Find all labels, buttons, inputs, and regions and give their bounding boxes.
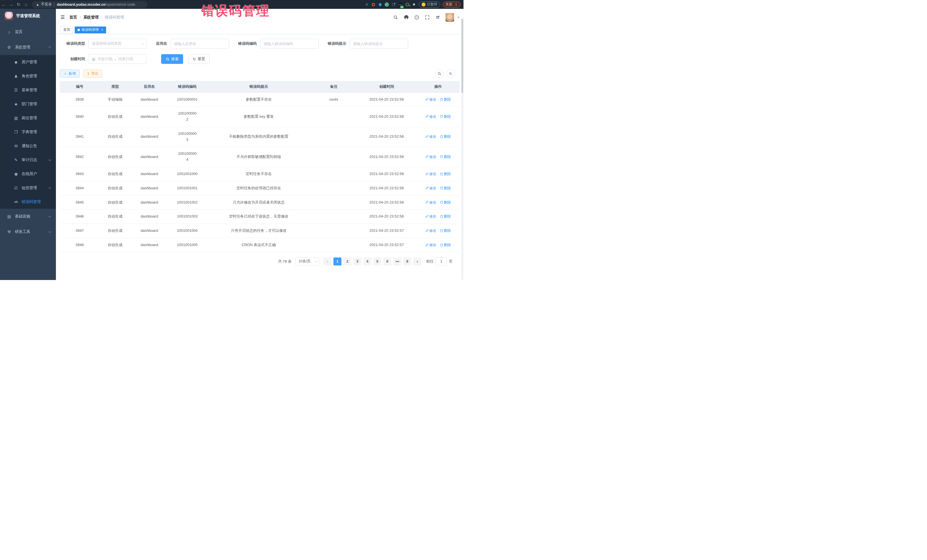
delete-link[interactable]: 删除 [440, 97, 451, 102]
edit-link[interactable]: 修改 [425, 115, 436, 118]
cell-type: 自动生成 [99, 181, 131, 195]
breadcrumb-home[interactable]: 首页 [69, 15, 77, 20]
back-icon[interactable]: ← [0, 2, 8, 7]
extension-key-icon[interactable] [405, 2, 409, 6]
edit-link[interactable]: 修改 [425, 200, 436, 205]
page-button-3[interactable]: 3 [353, 258, 362, 266]
delete-link[interactable]: 删除 [440, 172, 451, 176]
address-bar[interactable]: ▲ 不安全 dashboard.yudao.iocoder.cn/system/… [32, 1, 147, 8]
page-button-8[interactable]: 8 [403, 258, 411, 266]
goto-page-input[interactable] [436, 258, 447, 266]
sidebar-item-menu-management[interactable]: ☰菜单管理 [0, 83, 56, 97]
update-button[interactable]: 更新 ⋮ [443, 2, 460, 8]
sidebar-item-role-management[interactable]: ♟角色管理 [0, 69, 56, 83]
sidebar-item-error-code-management[interactable]: </>错误码管理 [0, 195, 56, 209]
edit-link[interactable]: 修改 [425, 229, 436, 233]
cell-created: 2021-04-20 23:52:57 [357, 224, 416, 238]
error-msg-input[interactable] [350, 39, 408, 49]
page-size-select[interactable]: 10条/页 [295, 258, 319, 266]
page-button-1[interactable]: 1 [333, 258, 342, 266]
reset-button[interactable]: ↻ 重置 [188, 54, 210, 64]
sidebar-item-sms-management[interactable]: ☑短信管理 [0, 181, 56, 195]
extension-green-check-icon[interactable]: ✓ [385, 3, 389, 6]
delete-link[interactable]: 删除 [440, 186, 451, 190]
bookmark-star-icon[interactable]: ☆ [365, 2, 369, 6]
sidebar-item-dict-management[interactable]: ❐字典管理 [0, 125, 56, 139]
column-header: 应用名 [131, 81, 168, 93]
scrollbar-thumb[interactable] [462, 19, 463, 93]
next-page-button[interactable]: › [413, 258, 421, 266]
error-type-select[interactable]: 请选择错误码类型 [88, 39, 147, 49]
window-scrollbar[interactable] [461, 18, 464, 280]
edit-link[interactable]: 修改 [425, 135, 436, 138]
breadcrumb-system[interactable]: 系统管理 [83, 15, 99, 20]
cell-message: 不允许获取敏感配置到前端 [207, 147, 311, 167]
edit-link[interactable]: 修改 [425, 186, 436, 190]
cell-message: 定时任务不存在 [207, 167, 311, 181]
refresh-table-button[interactable]: ↻ [447, 69, 455, 78]
sidebar-item-audit-log[interactable]: ✎审计日志 [0, 153, 56, 167]
font-size-icon[interactable]: tT [435, 15, 441, 20]
help-icon[interactable]: ? [414, 15, 419, 20]
github-icon[interactable] [403, 15, 409, 20]
page-button-5[interactable]: 5 [373, 258, 381, 266]
paused-badge[interactable]: 已暂停 [419, 2, 440, 8]
page-button-6[interactable]: 6 [383, 258, 391, 266]
edit-link[interactable]: 修改 [425, 155, 436, 159]
export-button[interactable]: ↧ 导出 [83, 70, 102, 77]
toggle-search-button[interactable] [435, 69, 444, 78]
tab-home[interactable]: 首页 [61, 27, 73, 33]
sidebar-item-dept-management[interactable]: ♣部门管理 [0, 97, 56, 111]
sidebar-item-home[interactable]: ⌂首页 [0, 24, 56, 39]
delete-link[interactable]: 删除 [440, 214, 451, 219]
user-avatar[interactable] [445, 13, 454, 22]
cell-message: 定时任务的处理器已经存在 [207, 181, 311, 195]
sidebar-item-dev-tools[interactable]: ⚒研发工具 [0, 224, 56, 240]
page-button-4[interactable]: 4 [363, 258, 371, 266]
date-range-picker[interactable]: ▦ 开始日期 - 结束日期 [88, 54, 147, 64]
sidebar-item-notice[interactable]: ✉通知公告 [0, 139, 56, 153]
cell-id: 3947 [60, 224, 99, 238]
edit-link[interactable]: 修改 [425, 97, 436, 102]
app-logo-row[interactable]: 芋道管理系统 [0, 9, 56, 23]
avatar-caret-icon[interactable] [457, 17, 459, 19]
collapse-sidebar-icon[interactable]: ☰ [61, 14, 65, 20]
sidebar-item-post-management[interactable]: ▥岗位管理 [0, 111, 56, 125]
home-icon[interactable]: ⌂ [22, 2, 30, 7]
sidebar-item-online-users[interactable]: ◉在线用户 [0, 167, 56, 181]
delete-link[interactable]: 删除 [440, 200, 451, 205]
sidebar-item-infrastructure[interactable]: ▤基础设施 [0, 209, 56, 224]
delete-link[interactable]: 删除 [440, 243, 451, 247]
delete-link[interactable]: 删除 [440, 229, 451, 233]
sidebar-item-user-management[interactable]: ☻用户管理 [0, 55, 56, 69]
search-button[interactable]: 搜索 [161, 54, 183, 64]
edit-link[interactable]: 修改 [425, 214, 436, 219]
delete-link[interactable]: 删除 [440, 155, 451, 159]
select-placeholder: 请选择错误码类型 [92, 41, 122, 46]
extension-list-icon[interactable]: on [398, 2, 403, 6]
add-button[interactable]: ＋ 新增 [60, 70, 80, 77]
search-icon[interactable] [393, 15, 398, 20]
edit-link[interactable]: 修改 [425, 172, 436, 176]
sidebar-item-system-management[interactable]: ⚙系统管理 [0, 39, 56, 55]
extension-blue-pin-icon[interactable] [378, 2, 382, 6]
delete-link[interactable]: 删除 [440, 135, 451, 138]
more-pages-button[interactable]: ••• [393, 258, 401, 266]
extensions-puzzle-icon[interactable]: ❖ [412, 2, 416, 6]
fullscreen-icon[interactable] [424, 15, 430, 20]
app-name-input[interactable] [170, 39, 229, 49]
tab-error-code[interactable]: 错误码管理 ✕ [75, 27, 106, 33]
prev-page-button[interactable]: ‹ [324, 258, 331, 266]
edit-link[interactable]: 修改 [425, 243, 436, 247]
menu-kebab-icon[interactable]: ⋮ [454, 3, 458, 6]
reload-icon[interactable]: ↻ [15, 2, 22, 7]
close-tab-icon[interactable]: ✕ [101, 28, 103, 31]
cell-actions: 修改删除 [417, 167, 459, 181]
error-code-input[interactable] [260, 39, 319, 49]
extension-orange-ring-icon[interactable] [371, 2, 375, 6]
extension-grid-icon[interactable] [391, 2, 396, 6]
delete-link[interactable]: 删除 [440, 115, 451, 118]
forward-icon[interactable]: → [8, 2, 15, 7]
page-button-2[interactable]: 2 [343, 258, 351, 266]
chevron-down-icon [49, 158, 51, 161]
